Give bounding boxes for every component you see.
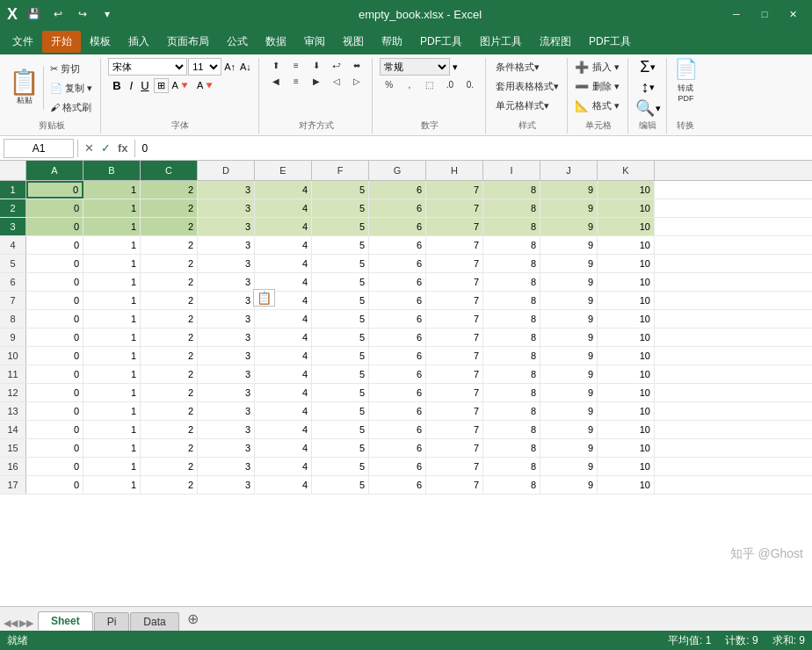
cell[interactable]: 4: [255, 476, 312, 494]
menu-page-layout[interactable]: 页面布局: [158, 31, 218, 53]
cell[interactable]: 0: [26, 365, 83, 383]
menu-pdf-tools2[interactable]: PDF工具: [580, 31, 640, 53]
cell[interactable]: 7: [426, 439, 483, 457]
cell[interactable]: 9: [540, 439, 598, 457]
row-number[interactable]: 15: [0, 439, 26, 457]
cell[interactable]: 1: [83, 218, 141, 235]
cell[interactable]: 7: [426, 181, 483, 199]
formula-confirm-icon[interactable]: ✓: [98, 141, 113, 155]
col-header-J[interactable]: J: [540, 161, 598, 180]
cell[interactable]: 8: [483, 255, 540, 272]
cell[interactable]: 6: [369, 329, 426, 346]
cell[interactable]: 10: [598, 347, 655, 365]
cell[interactable]: 9: [540, 181, 598, 199]
cell[interactable]: 9: [540, 292, 598, 309]
sort-dropdown[interactable]: ▾: [649, 82, 655, 93]
cell[interactable]: 9: [540, 236, 598, 254]
cell[interactable]: 5: [312, 310, 369, 328]
cell[interactable]: 5: [312, 273, 369, 291]
cell[interactable]: 4: [255, 329, 312, 346]
cell[interactable]: 0: [26, 255, 83, 272]
cell[interactable]: 7: [426, 421, 483, 438]
cell[interactable]: 5: [312, 255, 369, 272]
sum-dropdown[interactable]: ▾: [650, 61, 656, 73]
cell[interactable]: 5: [312, 218, 369, 235]
cell[interactable]: 10: [598, 199, 655, 217]
cell[interactable]: 4: [255, 310, 312, 328]
delete-cells-button[interactable]: 删除 ▾: [590, 77, 622, 95]
cell[interactable]: 8: [483, 329, 540, 346]
cell[interactable]: 8: [483, 365, 540, 383]
font-name-select[interactable]: 宋体: [108, 58, 187, 76]
cell[interactable]: 3: [198, 476, 255, 494]
cell[interactable]: 10: [598, 329, 655, 346]
row-number[interactable]: 14: [0, 421, 26, 438]
cell[interactable]: 0: [26, 402, 83, 420]
row-number[interactable]: 6: [0, 273, 26, 291]
font-increase-btn[interactable]: A↑: [222, 61, 237, 73]
cell[interactable]: 0: [26, 329, 83, 346]
cell[interactable]: 1: [83, 458, 141, 475]
cell[interactable]: 8: [483, 273, 540, 291]
cell[interactable]: 6: [369, 181, 426, 199]
cell[interactable]: 10: [598, 384, 655, 401]
row-number[interactable]: 17: [0, 476, 26, 494]
col-header-B[interactable]: B: [83, 161, 141, 180]
indent-inc-button[interactable]: ▷: [347, 74, 366, 88]
cell[interactable]: 4: [255, 236, 312, 254]
cell[interactable]: 8: [483, 347, 540, 365]
cell[interactable]: 3: [198, 181, 255, 199]
row-number[interactable]: 8: [0, 310, 26, 328]
cell[interactable]: 4: [255, 255, 312, 272]
cell[interactable]: 1: [83, 476, 141, 494]
cell[interactable]: 0: [26, 476, 83, 494]
cell[interactable]: 2: [141, 273, 198, 291]
cell[interactable]: 10: [598, 255, 655, 272]
align-right-button[interactable]: ▶: [307, 74, 326, 88]
cell[interactable]: 8: [483, 402, 540, 420]
cell[interactable]: 2: [141, 218, 198, 235]
row-number[interactable]: 7: [0, 292, 26, 309]
row-number[interactable]: 3: [0, 218, 26, 235]
cell[interactable]: 5: [312, 292, 369, 309]
col-header-G[interactable]: G: [369, 161, 426, 180]
convert-pdf-icon[interactable]: 📄: [674, 58, 698, 81]
cut-button[interactable]: ✂ 剪切: [47, 60, 95, 77]
merge-button[interactable]: ⬌: [347, 58, 366, 72]
indent-dec-button[interactable]: ◁: [327, 74, 346, 88]
sheet-tab-data[interactable]: Data: [130, 612, 178, 631]
cell-styles-button[interactable]: 单元格样式▾: [493, 97, 552, 114]
cell[interactable]: 2: [141, 347, 198, 365]
cell[interactable]: 8: [483, 218, 540, 235]
find-dropdown[interactable]: ▾: [656, 103, 661, 114]
menu-help[interactable]: 帮助: [373, 31, 411, 53]
cell[interactable]: 5: [312, 476, 369, 494]
cell[interactable]: 7: [426, 310, 483, 328]
cell[interactable]: 0: [26, 458, 83, 475]
cell[interactable]: 8: [483, 310, 540, 328]
cell[interactable]: 10: [598, 402, 655, 420]
cell[interactable]: 9: [540, 310, 598, 328]
menu-pdf-tools[interactable]: PDF工具: [411, 31, 471, 53]
add-sheet-button[interactable]: ⊕: [180, 608, 206, 630]
cell[interactable]: 6: [369, 365, 426, 383]
row-number[interactable]: 2: [0, 199, 26, 217]
cell[interactable]: 4: [255, 365, 312, 383]
cell[interactable]: 7: [426, 458, 483, 475]
cell[interactable]: 7: [426, 365, 483, 383]
cell[interactable]: 6: [369, 421, 426, 438]
cell[interactable]: 0: [26, 236, 83, 254]
cell[interactable]: 2: [141, 236, 198, 254]
cell[interactable]: 10: [598, 236, 655, 254]
cell[interactable]: 5: [312, 347, 369, 365]
percent-button[interactable]: ,: [400, 77, 419, 91]
cell[interactable]: 1: [83, 347, 141, 365]
grid-container[interactable]: A B C D E F G H I J K 101234567891020123…: [0, 161, 812, 606]
row-number[interactable]: 13: [0, 402, 26, 420]
cell[interactable]: 10: [598, 365, 655, 383]
number-format-select[interactable]: 常规: [380, 58, 450, 76]
cell[interactable]: 8: [483, 292, 540, 309]
cell[interactable]: 0: [26, 273, 83, 291]
menu-flow[interactable]: 流程图: [531, 31, 580, 53]
cell[interactable]: 1: [83, 402, 141, 420]
